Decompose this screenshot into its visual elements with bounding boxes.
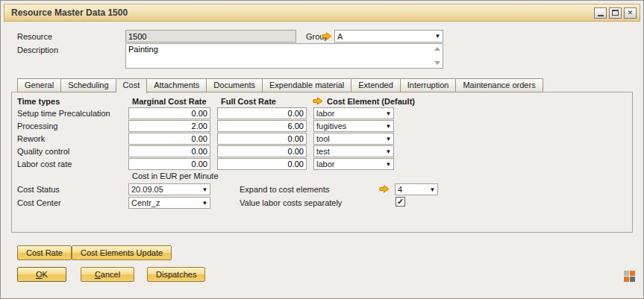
marginal-input-processing[interactable] (128, 120, 210, 132)
chevron-down-icon: ▼ (384, 133, 393, 145)
expand-to-cost-elements-select[interactable]: 4 ▼ (395, 183, 438, 195)
link-arrow-icon[interactable] (379, 185, 390, 193)
maximize-button[interactable] (609, 7, 622, 19)
chevron-down-icon: ▼ (428, 184, 437, 195)
group-select-value: A (335, 32, 433, 41)
row-label-setup-time: Setup time Precalculation (17, 109, 110, 118)
cost-rate-button[interactable]: Cost Rate (17, 245, 72, 260)
tab-maintenance-orders[interactable]: Maintenance orders (456, 78, 543, 92)
close-button[interactable]: ✕ (624, 7, 637, 19)
row-label-rework: Rework (17, 134, 45, 143)
link-arrow-icon[interactable] (322, 32, 332, 40)
row-label-quality-control: Quality control (17, 147, 69, 156)
cost-elements-update-button[interactable]: Cost Elements Update (72, 245, 172, 260)
description-label: Description (17, 45, 58, 54)
full-input-rework[interactable] (217, 133, 307, 145)
value-labor-costs-label: Value labor costs separately (240, 198, 342, 207)
link-arrow-icon[interactable] (313, 97, 323, 105)
expand-to-cost-elements-label: Expand to cost elements (240, 185, 329, 194)
chevron-down-icon: ▼ (384, 108, 393, 119)
description-box: Painting (125, 43, 443, 69)
dropdown-value: fugitives (314, 122, 384, 130)
full-input-processing[interactable] (217, 120, 307, 132)
tab-attachments[interactable]: Attachments (147, 78, 207, 92)
cost-element-select-quality-control[interactable]: test ▼ (313, 145, 394, 157)
description-input[interactable]: Painting (126, 44, 432, 68)
tab-strip: General Scheduling Cost Attachments Docu… (17, 78, 543, 93)
marginal-input-quality-control[interactable] (128, 145, 210, 157)
minimize-button[interactable] (594, 7, 607, 19)
dispatches-button[interactable]: Dispatches (147, 267, 205, 282)
ok-button[interactable]: OK (17, 267, 66, 282)
chevron-down-icon: ▼ (200, 198, 210, 209)
cost-status-label: Cost Status (17, 185, 60, 194)
tab-documents[interactable]: Documents (207, 78, 263, 92)
marginal-input-setup-time[interactable] (128, 107, 210, 119)
tab-expendable-material[interactable]: Expendable material (263, 78, 351, 92)
row-label-labor-cost-rate: Labor cost rate (17, 160, 72, 169)
time-types-header: Time types (17, 97, 60, 106)
full-input-labor-cost-rate[interactable] (217, 158, 307, 170)
full-input-setup-time[interactable] (217, 107, 307, 119)
cost-element-select-setup-time[interactable]: labor ▼ (313, 107, 394, 119)
dropdown-value: Centr_z (129, 198, 200, 207)
tab-interruption[interactable]: Interruption (401, 78, 457, 92)
chevron-down-icon: ▼ (384, 121, 393, 132)
full-cost-rate-header: Full Cost Rate (221, 97, 276, 106)
cost-element-header: Cost Element (Default) (327, 97, 415, 106)
value-labor-costs-checkbox[interactable] (396, 197, 405, 207)
ok-button-label: OK (26, 270, 57, 279)
chevron-down-icon: ▼ (384, 159, 393, 170)
resource-label: Resource (17, 32, 52, 41)
cost-rate-button-label: Cost Rate (26, 248, 63, 257)
tab-cost[interactable]: Cost (116, 78, 148, 93)
cost-center-label: Cost Center (17, 198, 61, 207)
dispatches-button-label: Dispatches (156, 270, 196, 279)
cost-element-select-rework[interactable]: tool ▼ (313, 133, 394, 145)
cancel-button[interactable]: Cancel (81, 267, 134, 282)
cancel-button-label: Cancel (90, 270, 125, 279)
cost-element-select-labor-cost-rate[interactable]: labor ▼ (313, 158, 394, 170)
row-label-processing: Processing (17, 122, 57, 130)
cost-center-select[interactable]: Centr_z ▼ (128, 197, 210, 209)
chevron-down-icon: ▼ (200, 184, 210, 195)
minimize-icon (598, 15, 604, 16)
maximize-icon (612, 10, 619, 16)
tab-extended[interactable]: Extended (351, 78, 400, 92)
resource-input[interactable] (125, 30, 296, 43)
dropdown-value: labor (314, 160, 384, 169)
scroll-down-icon[interactable] (434, 61, 440, 65)
chevron-down-icon: ▼ (433, 31, 443, 42)
cost-elements-update-button-label: Cost Elements Update (81, 248, 163, 257)
tab-scheduling[interactable]: Scheduling (61, 78, 116, 92)
window-title: Resource Master Data 1500 (11, 7, 128, 18)
chevron-down-icon: ▼ (384, 146, 393, 157)
dropdown-value: labor (314, 109, 384, 118)
dropdown-value: test (314, 147, 384, 156)
cost-element-select-processing[interactable]: fugitives ▼ (313, 120, 394, 132)
scroll-up-icon[interactable] (434, 47, 440, 51)
dropdown-value: 20.09.05 (129, 185, 200, 194)
dropdown-value: 4 (396, 185, 428, 194)
cost-unit-note: Cost in EUR per Minute (132, 171, 219, 180)
tab-general[interactable]: General (17, 78, 61, 92)
cost-status-select[interactable]: 20.09.05 ▼ (128, 183, 210, 195)
resource-master-data-window: Resource Master Data 1500 ✕ Resource Gro… (0, 0, 644, 299)
dropdown-value: tool (314, 134, 384, 143)
marginal-cost-rate-header: Marginal Cost Rate (132, 97, 207, 106)
resize-grip-icon[interactable] (624, 271, 636, 283)
title-bar[interactable]: Resource Master Data 1500 ✕ (4, 4, 640, 22)
group-select[interactable]: A ▼ (334, 30, 443, 43)
marginal-input-rework[interactable] (128, 133, 210, 145)
close-icon: ✕ (628, 8, 634, 18)
window-controls: ✕ (592, 7, 637, 19)
full-input-quality-control[interactable] (217, 145, 307, 157)
marginal-input-labor-cost-rate[interactable] (128, 158, 210, 170)
